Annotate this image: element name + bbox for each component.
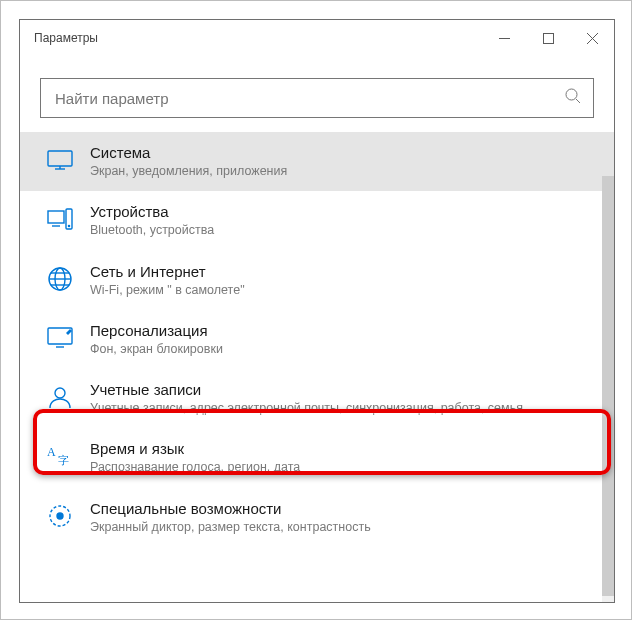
scrollbar-thumb[interactable] — [602, 176, 614, 596]
search-icon — [565, 88, 581, 108]
svg-rect-6 — [48, 151, 72, 166]
svg-point-24 — [57, 513, 63, 519]
close-icon — [587, 33, 598, 44]
settings-item-title: Устройства — [90, 203, 214, 220]
network-icon — [46, 265, 74, 293]
settings-item-sub: Wi-Fi, режим " в самолете" — [90, 282, 245, 298]
settings-item-sub: Распознавание голоса, регион, дата — [90, 459, 300, 475]
search-placeholder: Найти параметр — [55, 90, 565, 107]
svg-point-20 — [55, 388, 65, 398]
settings-item-sub: Учетные записи, адрес электронной почты,… — [90, 400, 523, 416]
titlebar: Параметры — [20, 20, 614, 56]
window-title: Параметры — [34, 31, 482, 45]
maximize-icon — [543, 33, 554, 44]
settings-item-title: Время и язык — [90, 440, 300, 457]
settings-item-labels: Система Экран, уведомления, приложения — [90, 144, 287, 179]
svg-text:字: 字 — [58, 454, 69, 466]
svg-rect-18 — [48, 328, 72, 344]
svg-point-4 — [566, 89, 577, 100]
minimize-icon — [499, 33, 510, 44]
settings-item-title: Сеть и Интернет — [90, 263, 245, 280]
settings-item-title: Персонализация — [90, 322, 223, 339]
personalization-icon — [46, 324, 74, 352]
settings-item-system[interactable]: Система Экран, уведомления, приложения — [20, 132, 614, 191]
outer-frame: Параметры Найти параметр — [0, 0, 632, 620]
settings-item-sub: Bluetooth, устройства — [90, 222, 214, 238]
settings-window: Параметры Найти параметр — [19, 19, 615, 603]
settings-item-devices[interactable]: Устройства Bluetooth, устройства — [20, 191, 614, 250]
settings-list: Система Экран, уведомления, приложения У… — [20, 132, 614, 547]
system-icon — [46, 146, 74, 174]
settings-item-labels: Сеть и Интернет Wi-Fi, режим " в самолет… — [90, 263, 245, 298]
svg-rect-1 — [543, 33, 553, 43]
svg-point-11 — [68, 226, 69, 227]
settings-item-labels: Специальные возможности Экранный диктор,… — [90, 500, 371, 535]
minimize-button[interactable] — [482, 20, 526, 56]
settings-item-labels: Время и язык Распознавание голоса, регио… — [90, 440, 300, 475]
svg-text:A: A — [47, 445, 56, 459]
settings-item-sub: Экран, уведомления, приложения — [90, 163, 287, 179]
maximize-button[interactable] — [526, 20, 570, 56]
settings-item-network[interactable]: Сеть и Интернет Wi-Fi, режим " в самолет… — [20, 251, 614, 310]
settings-item-accounts[interactable]: Учетные записи Учетные записи, адрес эле… — [20, 369, 614, 428]
timelang-icon: A字 — [46, 442, 74, 470]
close-button[interactable] — [570, 20, 614, 56]
accounts-icon — [46, 383, 74, 411]
settings-item-personalization[interactable]: Персонализация Фон, экран блокировки — [20, 310, 614, 369]
svg-rect-9 — [48, 211, 64, 223]
settings-item-title: Учетные записи — [90, 381, 523, 398]
devices-icon — [46, 205, 74, 233]
content-area: Найти параметр Система Экран, уведомлени… — [20, 56, 614, 602]
ease-icon — [46, 502, 74, 530]
search-input[interactable]: Найти параметр — [40, 78, 594, 118]
settings-item-labels: Учетные записи Учетные записи, адрес эле… — [90, 381, 523, 416]
settings-item-sub: Фон, экран блокировки — [90, 341, 223, 357]
scrollbar-track[interactable] — [602, 176, 614, 603]
svg-line-5 — [576, 99, 580, 103]
settings-item-sub: Экранный диктор, размер текста, контраст… — [90, 519, 371, 535]
settings-item-title: Система — [90, 144, 287, 161]
settings-item-ease[interactable]: Специальные возможности Экранный диктор,… — [20, 488, 614, 547]
settings-item-labels: Устройства Bluetooth, устройства — [90, 203, 214, 238]
settings-item-title: Специальные возможности — [90, 500, 371, 517]
settings-item-timelang[interactable]: A字 Время и язык Распознавание голоса, ре… — [20, 428, 614, 487]
settings-item-labels: Персонализация Фон, экран блокировки — [90, 322, 223, 357]
